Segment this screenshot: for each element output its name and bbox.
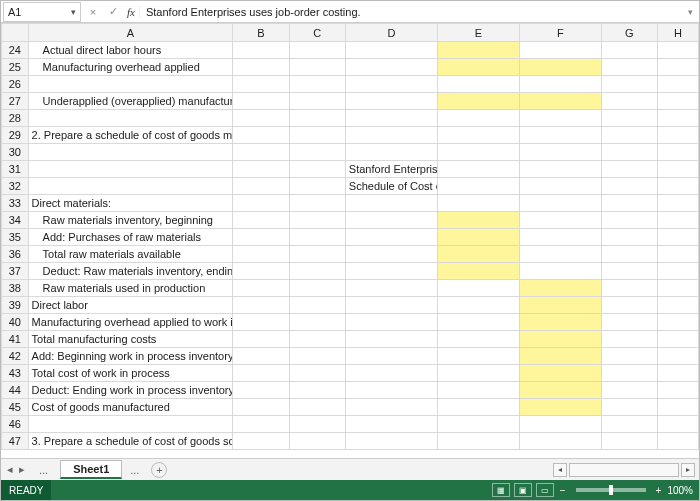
cell[interactable] bbox=[519, 144, 601, 161]
row-header[interactable]: 45 bbox=[2, 399, 29, 416]
cancel-formula-button[interactable]: × bbox=[83, 6, 103, 18]
cell[interactable] bbox=[233, 195, 289, 212]
cell[interactable] bbox=[601, 297, 657, 314]
view-page-layout-icon[interactable]: ▣ bbox=[514, 483, 532, 497]
spreadsheet-grid[interactable]: A B C D E F G H 24Actual direct labor ho… bbox=[1, 23, 699, 458]
cell[interactable] bbox=[345, 433, 437, 450]
cell[interactable] bbox=[345, 76, 437, 93]
cell[interactable]: Underapplied (overapplied) manufacturing… bbox=[28, 93, 233, 110]
row-header[interactable]: 46 bbox=[2, 416, 29, 433]
confirm-formula-button[interactable]: ✓ bbox=[103, 5, 123, 18]
cell[interactable] bbox=[289, 127, 345, 144]
cell[interactable] bbox=[437, 399, 519, 416]
cell[interactable] bbox=[658, 263, 699, 280]
cell[interactable] bbox=[601, 127, 657, 144]
cell[interactable] bbox=[233, 416, 289, 433]
cell[interactable] bbox=[437, 433, 519, 450]
cell[interactable] bbox=[28, 178, 233, 195]
cell[interactable] bbox=[233, 331, 289, 348]
cell[interactable] bbox=[601, 246, 657, 263]
cell[interactable] bbox=[345, 229, 437, 246]
cell[interactable]: Total cost of work in process bbox=[28, 365, 233, 382]
cell[interactable]: Total raw materials available bbox=[28, 246, 233, 263]
cell[interactable] bbox=[289, 348, 345, 365]
cell[interactable] bbox=[289, 297, 345, 314]
cell[interactable] bbox=[658, 365, 699, 382]
row-header[interactable]: 47 bbox=[2, 433, 29, 450]
cell[interactable] bbox=[233, 110, 289, 127]
cell[interactable]: Manufacturing overhead applied bbox=[28, 59, 233, 76]
cell[interactable] bbox=[519, 161, 601, 178]
horizontal-scrollbar[interactable]: ◂ ▸ bbox=[553, 463, 699, 477]
cell[interactable] bbox=[289, 110, 345, 127]
cell[interactable]: Manufacturing overhead applied to work i… bbox=[28, 314, 233, 331]
cell[interactable] bbox=[519, 127, 601, 144]
cell[interactable] bbox=[437, 110, 519, 127]
zoom-slider[interactable] bbox=[576, 488, 646, 492]
cell[interactable] bbox=[519, 59, 601, 76]
row-header[interactable]: 43 bbox=[2, 365, 29, 382]
scroll-right-icon[interactable]: ▸ bbox=[681, 463, 695, 477]
cell[interactable] bbox=[437, 161, 519, 178]
cell[interactable] bbox=[658, 42, 699, 59]
cell[interactable] bbox=[233, 144, 289, 161]
cell[interactable] bbox=[345, 416, 437, 433]
cell[interactable] bbox=[233, 127, 289, 144]
cell[interactable] bbox=[437, 416, 519, 433]
cell[interactable] bbox=[601, 399, 657, 416]
cell[interactable] bbox=[289, 178, 345, 195]
cell[interactable] bbox=[658, 127, 699, 144]
cell[interactable] bbox=[289, 314, 345, 331]
cell[interactable] bbox=[289, 433, 345, 450]
cell[interactable] bbox=[601, 229, 657, 246]
col-header[interactable]: A bbox=[28, 24, 233, 42]
cell[interactable] bbox=[519, 297, 601, 314]
cell[interactable] bbox=[345, 42, 437, 59]
cell[interactable] bbox=[519, 229, 601, 246]
cell[interactable] bbox=[289, 331, 345, 348]
cell[interactable] bbox=[289, 246, 345, 263]
tab-next-icon[interactable]: ▸ bbox=[19, 463, 25, 476]
cell[interactable] bbox=[233, 280, 289, 297]
cell[interactable] bbox=[437, 195, 519, 212]
cell[interactable] bbox=[437, 229, 519, 246]
cell[interactable] bbox=[233, 178, 289, 195]
cell[interactable] bbox=[437, 365, 519, 382]
cell[interactable] bbox=[345, 348, 437, 365]
cell[interactable] bbox=[437, 59, 519, 76]
cell[interactable] bbox=[289, 229, 345, 246]
cell[interactable] bbox=[601, 280, 657, 297]
cell[interactable] bbox=[437, 263, 519, 280]
cell[interactable] bbox=[233, 42, 289, 59]
cell[interactable]: Stanford Enterprises bbox=[345, 161, 437, 178]
cell[interactable] bbox=[519, 433, 601, 450]
cell[interactable] bbox=[658, 59, 699, 76]
cell[interactable] bbox=[289, 212, 345, 229]
cell[interactable] bbox=[658, 161, 699, 178]
cell[interactable]: Add: Beginning work in process inventory bbox=[28, 348, 233, 365]
tab-overflow[interactable]: ... bbox=[122, 464, 147, 476]
fx-icon[interactable]: fx bbox=[123, 6, 139, 18]
sheet-tab-active[interactable]: Sheet1 bbox=[60, 460, 122, 479]
cell[interactable] bbox=[437, 348, 519, 365]
cell[interactable] bbox=[437, 297, 519, 314]
cell[interactable] bbox=[601, 178, 657, 195]
cell[interactable] bbox=[601, 144, 657, 161]
cell[interactable] bbox=[289, 195, 345, 212]
tab-prev-icon[interactable]: ◂ bbox=[7, 463, 13, 476]
cell[interactable] bbox=[658, 110, 699, 127]
cell[interactable] bbox=[28, 144, 233, 161]
cell[interactable] bbox=[233, 348, 289, 365]
cell[interactable] bbox=[345, 331, 437, 348]
formula-input[interactable]: Stanford Enterprises uses job-order cost… bbox=[139, 6, 681, 18]
cell[interactable] bbox=[233, 297, 289, 314]
cell[interactable] bbox=[601, 195, 657, 212]
zoom-level[interactable]: 100% bbox=[667, 485, 693, 496]
cell[interactable] bbox=[233, 59, 289, 76]
cell[interactable] bbox=[519, 212, 601, 229]
col-header[interactable]: F bbox=[519, 24, 601, 42]
cell[interactable] bbox=[289, 42, 345, 59]
cell[interactable] bbox=[28, 416, 233, 433]
row-header[interactable]: 25 bbox=[2, 59, 29, 76]
cell[interactable] bbox=[658, 331, 699, 348]
